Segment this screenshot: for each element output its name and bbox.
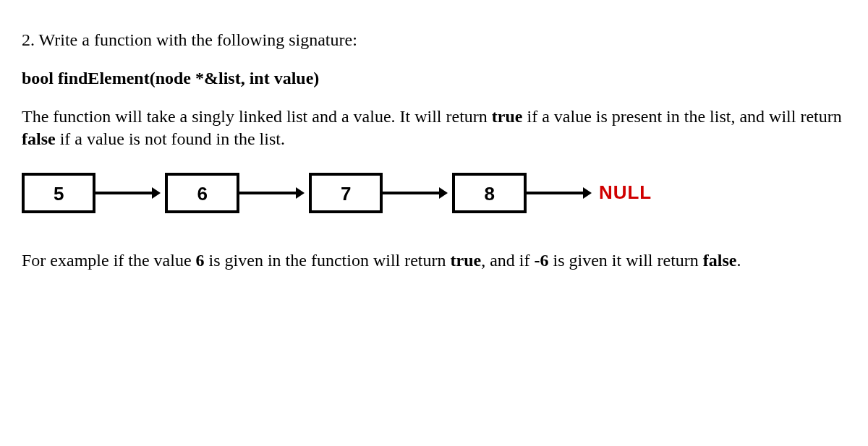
question-prompt-text: Write a function with the following sign… bbox=[39, 30, 357, 49]
arrow-icon bbox=[239, 186, 305, 200]
description-pre: The function will take a singly linked l… bbox=[22, 107, 492, 126]
example-true: true bbox=[451, 251, 482, 270]
description-mid: if a value is present in the list, and w… bbox=[523, 107, 842, 126]
example-post: . bbox=[736, 251, 741, 270]
description-false: false bbox=[22, 129, 56, 148]
list-node: 7 bbox=[309, 173, 383, 213]
example-false: false bbox=[703, 251, 737, 270]
example-mid2: , and if bbox=[481, 251, 534, 270]
question-example: For example if the value 6 is given in t… bbox=[22, 249, 846, 272]
example-pre: For example if the value bbox=[22, 251, 196, 270]
svg-marker-7 bbox=[583, 187, 592, 199]
example-mid3: is given it will return bbox=[549, 251, 703, 270]
description-post: if a value is not found in the list. bbox=[56, 129, 285, 148]
description-true: true bbox=[492, 107, 523, 126]
arrow-icon bbox=[527, 186, 592, 200]
question-number: 2. bbox=[22, 30, 35, 49]
list-node: 8 bbox=[452, 173, 526, 213]
arrow-icon bbox=[95, 186, 161, 200]
question-prompt: 2. Write a function with the following s… bbox=[22, 29, 846, 51]
null-terminal: NULL bbox=[599, 181, 652, 204]
linked-list-diagram: 5 6 7 8 NULL bbox=[22, 173, 846, 213]
question-description: The function will take a singly linked l… bbox=[22, 106, 846, 150]
svg-marker-5 bbox=[439, 187, 448, 199]
svg-marker-3 bbox=[296, 187, 305, 199]
example-value-2: -6 bbox=[535, 251, 549, 270]
list-node: 6 bbox=[165, 173, 239, 213]
list-node: 5 bbox=[22, 173, 95, 213]
function-signature: bool findElement(node *&list, int value) bbox=[22, 69, 846, 88]
example-mid1: is given in the function will return bbox=[205, 251, 451, 270]
arrow-icon bbox=[383, 186, 448, 200]
svg-marker-1 bbox=[152, 187, 161, 199]
example-value-1: 6 bbox=[196, 251, 205, 270]
